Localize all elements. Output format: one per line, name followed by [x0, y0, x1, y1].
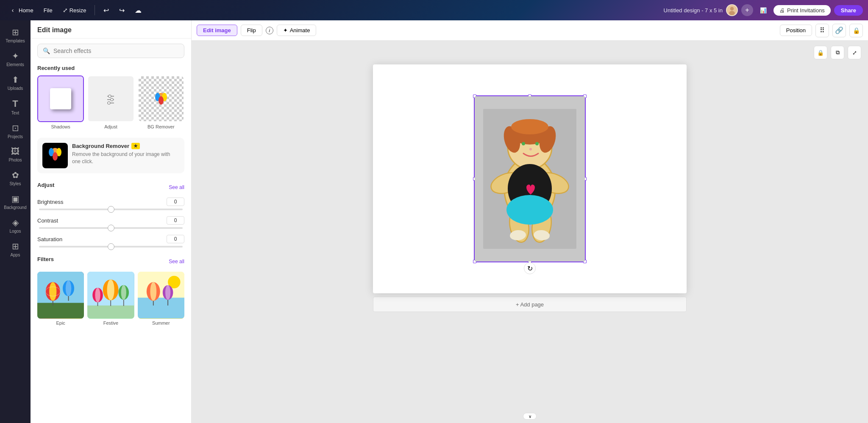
contrast-track[interactable] [39, 227, 183, 229]
flip-button[interactable]: Flip [241, 25, 262, 36]
adjust-thumb [87, 75, 134, 122]
resize-button[interactable]: ⤢ Resize [59, 5, 90, 15]
search-input[interactable] [53, 47, 179, 54]
file-button[interactable]: File [40, 6, 56, 15]
brightness-row: Brightness [37, 198, 184, 210]
saturation-track[interactable] [39, 246, 183, 248]
add-collaborator-button[interactable]: + [741, 4, 753, 16]
logos-icon: ◈ [12, 217, 19, 228]
svg-point-58 [522, 142, 525, 145]
filter-summer[interactable]: Summer [138, 272, 184, 325]
canvas-expand-button[interactable]: ⤢ [848, 46, 861, 59]
edit-image-tab[interactable]: Edit image [197, 25, 237, 36]
contrast-value[interactable] [167, 216, 184, 225]
canvas-lock-button[interactable]: 🔒 [814, 46, 827, 59]
panel-title: Edit image [37, 26, 184, 34]
apps-icon: ⊞ [12, 241, 19, 251]
sidebar-item-background[interactable]: ▣ Background [2, 190, 29, 213]
background-icon: ▣ [11, 194, 19, 204]
projects-icon: ⊡ [12, 123, 19, 133]
rotate-handle[interactable]: ↻ [524, 262, 536, 274]
effect-adjust[interactable]: Adjust [87, 75, 134, 129]
print-button[interactable]: 🖨 Print Invitations [773, 5, 831, 16]
filters-see-all[interactable]: See all [169, 259, 184, 264]
shadows-thumb [37, 75, 84, 122]
position-button[interactable]: Position [780, 25, 812, 36]
saturation-value[interactable] [167, 235, 184, 243]
brightness-track[interactable] [39, 209, 183, 210]
adjust-section: Adjust See all Brightness Contr [37, 182, 184, 248]
share-button[interactable]: Share [834, 5, 863, 16]
sidebar-item-projects[interactable]: ⊡ Projects [2, 120, 29, 142]
scroll-indicator[interactable]: ∨ [523, 413, 537, 420]
panel-header: Edit image [31, 20, 191, 39]
sidebar-item-templates[interactable]: ⊞ Templates [2, 24, 29, 47]
saturation-thumb[interactable] [108, 243, 114, 250]
cloud-icon: ☁ [135, 6, 142, 14]
text-icon: T [12, 98, 18, 109]
svg-point-6 [111, 98, 113, 101]
icon-sidebar: ⊞ Templates ✦ Elements ⬆ Uploads T Text … [0, 20, 31, 423]
saturation-row: Saturation [37, 235, 184, 248]
sidebar-item-uploads[interactable]: ⬆ Uploads [2, 71, 29, 94]
canvas-copy-button[interactable]: ⧉ [831, 46, 844, 59]
contrast-row: Contrast [37, 216, 184, 229]
avatar[interactable] [726, 4, 738, 16]
svg-point-45 [165, 285, 170, 300]
lock-button[interactable]: 🔒 [849, 24, 863, 37]
saturation-label: Saturation [37, 236, 62, 242]
gingerbread-image [475, 96, 585, 262]
effect-shadows[interactable]: Shadows [37, 75, 84, 129]
document-title: Untitled design - 7 x 5 in [664, 7, 723, 14]
filters-section: Filters See all [37, 256, 184, 325]
sidebar-item-elements[interactable]: ✦ Elements [2, 47, 29, 70]
svg-point-57 [511, 119, 548, 134]
animate-button[interactable]: ✦ Animate [277, 25, 317, 36]
undo-button[interactable]: ↩ [100, 5, 112, 16]
link-button[interactable]: 🔗 [832, 24, 846, 37]
svg-point-62 [506, 195, 553, 225]
panel-content: 🔍 Recently used Shadows [31, 39, 191, 423]
analytics-button[interactable]: 📊 [757, 6, 770, 15]
svg-point-1 [730, 7, 734, 11]
cloud-save-button[interactable]: ☁ [131, 5, 145, 16]
canvas-wrapper: ↻ [373, 64, 687, 293]
info-icon[interactable]: i [266, 27, 273, 34]
content-area: Edit image Flip i ✦ Animate Position ⠿ 🔗… [192, 20, 868, 423]
toolbar-right: Position ⠿ 🔗 🔒 [780, 24, 863, 37]
search-box[interactable]: 🔍 [37, 44, 184, 58]
filter-epic[interactable]: Epic [37, 272, 84, 325]
brightness-value[interactable] [167, 198, 184, 206]
add-page-bar[interactable]: + Add page [373, 297, 687, 312]
sidebar-item-logos[interactable]: ◈ Logos [2, 214, 29, 237]
home-button[interactable]: ‹ Home [5, 4, 37, 16]
bg-remover-promo[interactable]: Background Remover ★ Remove the backgrou… [37, 138, 184, 173]
brightness-label-row: Brightness [37, 198, 184, 206]
filter-grid: Epic [37, 272, 184, 325]
adjust-see-all[interactable]: See all [169, 184, 184, 190]
effect-bg-remover[interactable]: BG Remover [138, 75, 184, 129]
festive-thumb [87, 272, 134, 318]
main-layout: ⊞ Templates ✦ Elements ⬆ Uploads T Text … [0, 20, 868, 423]
top-nav: ‹ Home File ⤢ Resize ↩ ↪ ☁ Untitled desi… [0, 0, 868, 20]
uploads-icon: ⬆ [12, 75, 19, 85]
sidebar-item-styles[interactable]: ✿ Styles [2, 167, 29, 189]
print-icon: 🖨 [779, 7, 785, 14]
summer-label: Summer [152, 320, 170, 326]
redo-button[interactable]: ↪ [116, 5, 128, 16]
sidebar-item-apps[interactable]: ⊞ Apps [2, 238, 29, 261]
sidebar-item-text[interactable]: T Text [2, 95, 29, 119]
canvas-top-toolbar: 🔒 ⧉ ⤢ [814, 46, 861, 59]
brightness-thumb[interactable] [108, 206, 114, 213]
bg-remover-thumb [138, 75, 184, 122]
festive-label: Festive [103, 320, 118, 326]
recently-used-label: Recently used [37, 65, 184, 71]
adjust-label: Adjust [104, 124, 117, 129]
photos-icon: 🖼 [11, 147, 19, 156]
edit-image-panel: Edit image 🔍 Recently used Shadows [31, 20, 192, 423]
grid-view-button[interactable]: ⠿ [815, 24, 829, 37]
sidebar-item-photos[interactable]: 🖼 Photos [2, 143, 29, 166]
contrast-thumb[interactable] [108, 225, 114, 231]
selected-image[interactable]: ↻ [474, 95, 586, 262]
filter-festive[interactable]: Festive [87, 272, 134, 325]
